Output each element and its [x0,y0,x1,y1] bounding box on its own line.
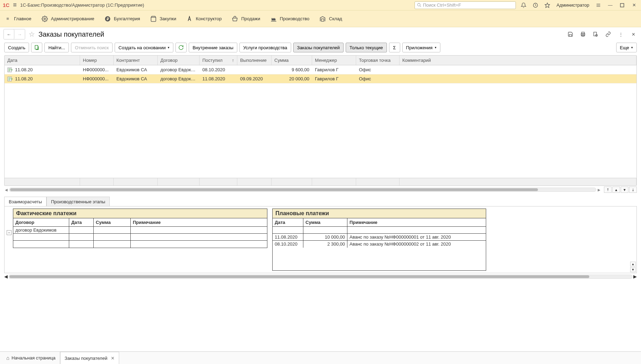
col-contractor[interactable]: Контрагент [114,56,158,65]
factory-icon [270,15,277,22]
table-row[interactable] [13,241,267,248]
scroll-down-icon[interactable]: ▼ [630,267,636,272]
current-only-label: Только текущие [350,45,383,50]
col-contract[interactable]: Договор [13,218,69,226]
nav-forward-button[interactable]: → [14,29,25,39]
menu-sales[interactable]: Продажи [231,15,260,22]
svg-point-8 [44,18,45,20]
star-icon[interactable] [543,1,552,9]
actual-payments-title: Фактические платежи [13,209,267,218]
settings-icon[interactable] [594,1,603,9]
create-button[interactable]: Создать [4,43,29,52]
scroll-up-button[interactable]: ▲ [612,187,620,193]
minimize-icon[interactable]: — [606,1,614,9]
menu-main[interactable]: ≡Главное [4,15,31,22]
col-sum[interactable]: Сумма [303,218,347,226]
create-button-label: Создать [8,45,25,50]
list-icon: ≡ [4,15,11,22]
sum-button[interactable]: Σ [389,43,400,52]
h-scrollbar[interactable]: ◀ ▶ ⤒ ▲ ▼ ⤓ [4,187,637,193]
close-window-icon[interactable]: ✕ [630,1,638,9]
scroll-top-button[interactable]: ⤒ [604,187,612,193]
history-icon[interactable] [531,1,540,9]
compass-icon [186,15,193,22]
table-row[interactable]: договор Евдокимов [13,227,267,234]
close-page-icon[interactable]: ✕ [629,30,638,38]
col-point[interactable]: Торговая точка [356,56,399,65]
scroll-bottom-button[interactable]: ⤓ [629,187,637,193]
col-note[interactable]: Примечание [131,218,267,226]
scroll-up-icon[interactable]: ▲ [630,262,636,267]
global-search[interactable]: Поиск Ctrl+Shift+F [415,1,516,9]
refresh-button[interactable] [175,43,187,52]
cancel-search-button[interactable]: Отменить поиск [71,43,113,52]
favorite-star-icon[interactable]: ☆ [27,30,36,39]
table-row[interactable]: 11.08.2020 10 000,00 Аванс по заказу №НФ… [273,234,486,241]
tab-settlements[interactable]: Взаиморасчеты [4,197,46,206]
menu-accounting[interactable]: ₽Бухгалтерия [104,15,140,22]
find-button[interactable]: Найти... [44,43,69,52]
user-label[interactable]: Администратор [555,2,591,8]
link-icon[interactable] [604,30,612,38]
col-date[interactable]: Дата [69,218,94,226]
cart-icon [150,15,157,22]
copy-button[interactable] [31,43,42,52]
h-scrollbar-2[interactable]: ◀ ▶ [4,274,637,279]
col-number[interactable]: Номер [80,56,114,65]
save-icon[interactable] [566,30,575,38]
col-done[interactable]: Выполнение [237,56,272,65]
col-date[interactable]: Дата [5,56,80,65]
menu-production[interactable]: Производство [270,15,310,22]
document-icon [7,77,13,81]
col-note[interactable]: Примечание [347,218,486,226]
table-row[interactable]: 11.08.20 НФ000000... Евдокимов СА догово… [5,65,636,74]
scroll-right-icon[interactable]: ▶ [597,188,601,192]
more-label: Еще [620,45,629,50]
buyer-orders-button[interactable]: Заказы покупателей [293,43,344,52]
basket-icon [231,15,238,22]
table-row[interactable]: 11.08.20 НФ000000... Евдокимов СА догово… [5,74,636,83]
menu-constructor[interactable]: Конструктор [186,15,222,22]
col-date[interactable]: Дата [273,218,303,226]
table-row[interactable] [273,227,486,234]
menu-purchases[interactable]: Закупки [150,15,176,22]
bell-icon[interactable] [519,1,528,9]
svg-rect-18 [35,45,38,49]
collapse-toggle[interactable]: − [7,230,12,235]
col-sum[interactable]: Сумма [272,56,312,65]
planned-payments-table: Плановые платежи Дата Сумма Примечание 1… [272,209,486,271]
col-contract[interactable]: Договор [158,56,200,65]
table-row[interactable] [13,234,267,241]
page-title: Заказы покупателей [38,30,104,38]
more-vert-icon[interactable]: ⋮ [617,30,625,38]
production-services-button[interactable]: Услуги производства [239,43,291,52]
tab-stages[interactable]: Производственные этапы [46,197,110,206]
nav-back-button[interactable]: ← [4,29,14,39]
col-comment[interactable]: Комментарий [399,56,636,65]
attachments-button[interactable]: Приложения▾ [402,43,440,52]
col-manager[interactable]: Менеджер [312,56,356,65]
document-icon [7,67,13,72]
col-received[interactable]: Поступил↑ [200,56,237,65]
maximize-icon[interactable] [618,1,626,9]
create-based-button[interactable]: Создать на основании▾ [115,43,173,52]
scroll-left-icon[interactable]: ◀ [4,274,8,279]
svg-rect-7 [620,3,624,7]
more-button[interactable]: Еще▾ [616,43,637,52]
internal-orders-button[interactable]: Внутренние заказы [189,43,237,52]
hamburger-icon[interactable]: ≡ [13,1,17,9]
preview-icon[interactable] [591,30,600,38]
menu-admin[interactable]: Администрирование [41,15,94,22]
col-sum[interactable]: Сумма [94,218,131,226]
scroll-left-icon[interactable]: ◀ [4,188,8,192]
table-row[interactable]: 08.10.2020 2 300,00 Аванс по заказу №НФ0… [273,241,486,248]
menu-warehouse[interactable]: Склад [319,15,342,22]
current-only-button[interactable]: Только текущие [346,43,387,52]
scroll-down-button[interactable]: ▼ [621,187,628,193]
print-icon[interactable] [579,30,587,38]
scroll-right-icon[interactable]: ▶ [633,274,637,279]
app-logo: 1C [3,2,9,8]
table-header: Дата Номер Контрагент Договор Поступил↑ … [5,56,636,65]
tab-panel: − Фактические платежи Договор Дата Сумма… [4,206,637,273]
orders-table: Дата Номер Контрагент Договор Поступил↑ … [4,55,637,186]
